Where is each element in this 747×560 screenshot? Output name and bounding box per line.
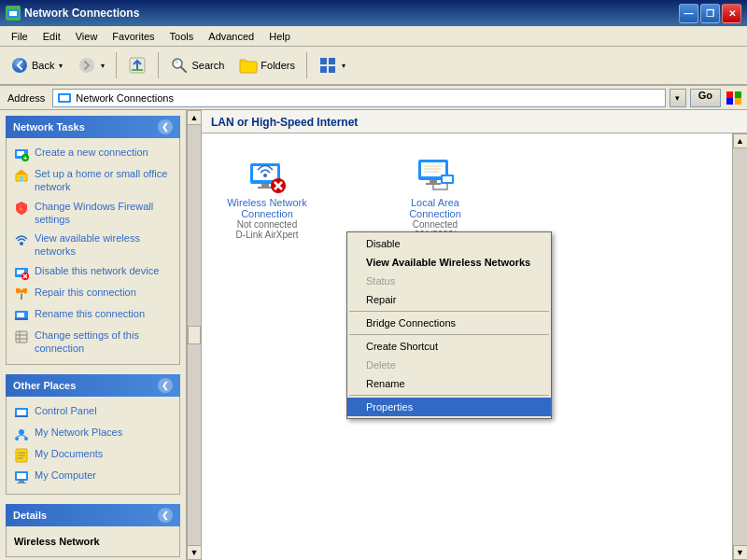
left-panel-scrollbar[interactable]: ▲ ▼ (187, 110, 202, 560)
panel-item-repair[interactable]: Repair this connection (10, 284, 176, 303)
section-header: LAN or High-Speed Internet (202, 110, 747, 133)
panel-item-disable[interactable]: Disable this network device (10, 262, 176, 282)
view-button[interactable]: ▾ (312, 52, 352, 78)
lan-network-icon (413, 152, 458, 197)
wireless-status: Not connected (237, 219, 298, 230)
panel-item-my-network[interactable]: My Network Places (10, 424, 176, 443)
menu-item-advanced[interactable]: Advanced (201, 29, 261, 44)
address-value: Network Connections (76, 92, 174, 104)
right-scroll-down[interactable]: ▼ (733, 545, 748, 560)
lan-status: Connected (413, 219, 458, 230)
other-places-header: Other Places ❮ (6, 374, 180, 397)
lan-name: Local Area Connection (388, 197, 482, 219)
panel-item-my-computer[interactable]: My Computer (10, 467, 176, 486)
menu-item-view[interactable]: View (68, 29, 106, 44)
address-dropdown[interactable]: ▾ (669, 89, 686, 107)
menu-item-edit[interactable]: Edit (35, 29, 68, 44)
minimize-button[interactable]: — (679, 4, 698, 23)
panel-item-control-panel[interactable]: Control Panel (10, 402, 176, 422)
scroll-down-arrow[interactable]: ▼ (187, 545, 202, 560)
search-icon (170, 56, 189, 75)
back-dropdown-arrow: ▾ (59, 62, 63, 70)
toolbar: Back ▾ ▾ Search (0, 47, 747, 86)
svg-point-8 (175, 60, 178, 63)
ctx-create-shortcut[interactable]: Create Shortcut (347, 337, 551, 356)
menu-item-file[interactable]: File (4, 29, 35, 44)
panel-item-firewall[interactable]: Change Windows Firewall settings (10, 198, 176, 229)
toolbar-separator-2 (158, 52, 159, 78)
svg-line-46 (21, 435, 26, 437)
folders-button[interactable]: Folders (233, 52, 302, 78)
svg-rect-53 (19, 481, 24, 483)
ctx-rename[interactable]: Rename (347, 374, 551, 393)
scroll-up-arrow[interactable]: ▲ (187, 110, 202, 125)
wireless-name: Wireless Network Connection (220, 197, 314, 219)
svg-point-25 (20, 242, 23, 245)
toolbar-separator-1 (116, 52, 117, 78)
other-places-section: Other Places ❮ Control Panel (6, 374, 180, 495)
svg-rect-31 (21, 294, 22, 300)
svg-rect-1 (9, 11, 17, 16)
view-icon (318, 56, 337, 75)
svg-line-45 (17, 435, 21, 437)
ctx-repair[interactable]: Repair (347, 290, 551, 309)
forward-button[interactable]: ▾ (71, 52, 111, 78)
go-button[interactable]: Go (690, 89, 721, 107)
svg-line-7 (181, 67, 186, 72)
left-panel: Network Tasks ❮ + Create a new connectio… (0, 110, 187, 560)
right-scroll-up[interactable]: ▲ (733, 133, 748, 148)
svg-rect-71 (443, 176, 452, 182)
window-title: Network Connections (24, 7, 679, 20)
panel-item-rename[interactable]: Rename this connection (10, 305, 176, 325)
back-button[interactable]: Back ▾ (4, 52, 69, 78)
maximize-button[interactable]: ❐ (700, 4, 720, 23)
toolbar-separator-3 (306, 52, 307, 78)
network-tasks-body: + Create a new connection Set up a home … (6, 138, 180, 365)
folders-label: Folders (261, 60, 295, 71)
forward-icon (78, 56, 96, 75)
svg-rect-68 (430, 180, 437, 183)
other-places-chevron[interactable]: ❮ (158, 378, 173, 393)
panel-item-settings[interactable]: Change settings of this connection (10, 327, 176, 357)
firewall-icon (14, 201, 29, 216)
search-button[interactable]: Search (163, 52, 231, 78)
details-chevron[interactable]: ❮ (158, 508, 173, 523)
menu-item-tools[interactable]: Tools (162, 29, 202, 44)
svg-rect-56 (253, 166, 277, 180)
panel-item-wireless[interactable]: View available wireless networks (10, 230, 176, 260)
right-scrollbar[interactable]: ▲ ▼ (732, 133, 747, 560)
menu-item-help[interactable]: Help (261, 29, 298, 44)
panel-item-create-connection[interactable]: + Create a new connection (10, 144, 176, 163)
scroll-thumb[interactable] (188, 326, 201, 344)
svg-rect-35 (16, 331, 27, 343)
control-panel-icon (14, 405, 29, 420)
svg-point-3 (79, 58, 94, 73)
rename-icon (14, 308, 29, 323)
svg-rect-54 (17, 483, 26, 483)
home-network-icon (14, 168, 29, 183)
close-button[interactable]: ✕ (722, 4, 741, 23)
lan-network-icon-wrapper (413, 152, 458, 197)
network-tasks-chevron[interactable]: ❮ (158, 119, 173, 134)
back-label: Back (32, 60, 54, 71)
svg-rect-33 (17, 313, 24, 317)
up-button[interactable] (121, 52, 153, 78)
address-label: Address (4, 92, 49, 104)
network-item-wireless[interactable]: Wireless Network Connection Not connecte… (220, 152, 314, 240)
panel-item-my-documents[interactable]: My Documents (10, 445, 176, 465)
svg-rect-40 (17, 410, 26, 415)
menu-item-favorites[interactable]: Favorites (105, 29, 162, 44)
ctx-view-wireless[interactable]: View Available Wireless Networks (347, 253, 551, 272)
network-item-lan[interactable]: Local Area Connection Connected ...001/8… (388, 152, 482, 240)
ctx-bridge[interactable]: Bridge Connections (347, 314, 551, 332)
panel-item-home-network[interactable]: Set up a home or small office network (10, 165, 176, 196)
ctx-disable[interactable]: Disable (347, 234, 551, 253)
svg-rect-59 (258, 187, 273, 189)
title-bar: Network Connections — ❐ ✕ (0, 0, 747, 26)
svg-rect-24 (20, 176, 23, 181)
my-documents-icon (14, 448, 29, 463)
create-connection-icon: + (14, 147, 29, 161)
svg-point-43 (15, 437, 19, 441)
ctx-properties[interactable]: Properties (347, 398, 551, 416)
ctx-status: Status (347, 272, 551, 290)
